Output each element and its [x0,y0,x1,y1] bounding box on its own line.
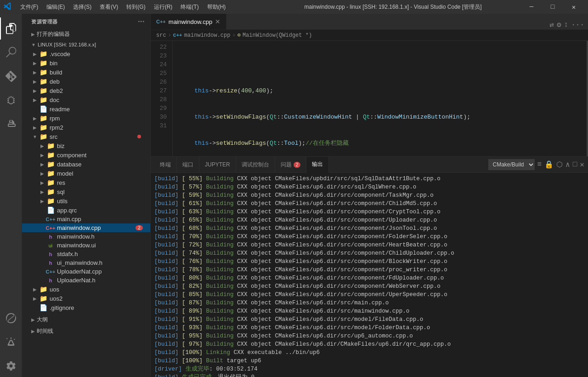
tree-item-deb2[interactable]: ▶ 📁 deb2 [22,86,150,95]
breadcrumb-symbol[interactable]: MainWindow(QWidget *) [243,32,312,39]
menu-file[interactable]: 文件(F) [17,2,42,12]
open-changes-icon[interactable]: ↕ [564,21,569,29]
close-button[interactable]: ✕ [563,0,584,14]
tab-close-button[interactable]: ✕ [215,18,220,25]
terminal-line: [build] [ 82%] Building CXX object CMake… [154,282,584,291]
tab-output[interactable]: 输出 [306,157,329,173]
tree-item-rpm2[interactable]: ▶ 📁 rpm2 [22,123,150,132]
tree-item-src[interactable]: ▼ 📁 src [22,132,150,141]
sidebar-more[interactable]: ··· [138,17,145,26]
activity-debug[interactable] [0,89,22,111]
tree-item-build[interactable]: ▶ 📁 build [22,68,150,77]
terminal-line: [build] [ 97%] Building CXX object CMake… [154,340,584,348]
chevron-icon: ▶ [31,296,39,301]
chevron-icon: ▶ [39,162,46,167]
tree-item-mainwindowui[interactable]: ui mainwindow.ui [22,241,150,250]
tree-item-uos[interactable]: ▶ 📁 uos [22,285,150,294]
code-editor: 22 23 24 25 26 27 28 29 30 31 this->resi… [151,41,588,377]
tree-item-utils[interactable]: ▶ 📁 utils [22,196,150,206]
activity-remote[interactable] [0,307,22,329]
tree-item-uploadernatcpp[interactable]: C++ UploaderNat.cpp [22,267,150,276]
activity-git[interactable] [0,65,22,87]
titlebar: 文件(F) 编辑(E) 选择(S) 查看(V) 转到(G) 运行(R) 终端(T… [0,0,588,14]
terminal-output[interactable]: [build] [ 55%] Building CXX object CMake… [151,173,588,377]
ui-icon: ui [46,243,55,248]
tab-debug-console[interactable]: 调试控制台 [236,157,275,173]
linux-root-section[interactable]: ▼ LINUX [SSH: 192.168.x.x] [22,40,150,49]
open-external-icon[interactable]: ⬡ [556,160,563,169]
lock-icon[interactable]: 🔒 [544,160,554,169]
tree-item-component[interactable]: ▶ 📁 component [22,150,150,160]
tree-item-vscode[interactable]: ▶ 📁 .vscode [22,49,150,58]
menu-terminal[interactable]: 终端(T) [177,2,202,12]
tree-item-stdafxh[interactable]: h stdafx.h [22,250,150,258]
open-editors-section[interactable]: ▶ 打开的编辑器 [22,29,150,40]
tab-bar: C++ mainwindow.cpp ✕ ⇄ ⚙ ↕ ··· [151,14,588,30]
tree-item-sql[interactable]: ▶ 📁 sql [22,187,150,196]
tree-item-gitignore[interactable]: 📄 .gitignore [22,303,150,312]
terminal-line: [build] [100%] Built target up6 [154,357,584,365]
close-panel-icon[interactable]: ✕ [580,160,584,169]
activity-explorer[interactable] [0,17,22,40]
folder-icon: 📁 [39,59,48,67]
editor-scrollbar[interactable] [582,41,588,156]
menu-run[interactable]: 运行(R) [150,2,176,12]
menu-help[interactable]: 帮助(H) [204,2,230,12]
tab-ports[interactable]: 端口 [177,157,199,173]
output-source-dropdown[interactable]: CMake/Build [488,159,535,170]
tree-item-rpm[interactable]: ▶ 📁 rpm [22,114,150,123]
chevron-icon: ▶ [39,171,46,176]
terminal-panel: 终端 端口 JUPYTER 调试控制台 问题 2 输出 CMake/Build … [151,156,588,377]
tree-item-model[interactable]: ▶ 📁 model [22,169,150,178]
menu-select[interactable]: 选择(S) [69,2,95,12]
more-actions-icon[interactable]: ⚙ [557,20,561,29]
tree-item-maincpp[interactable]: C++ main.cpp [22,215,150,223]
tree-item-res[interactable]: ▶ 📁 res [22,178,150,187]
maximize-button[interactable]: □ [542,0,563,14]
tab-jupyter[interactable]: JUPYTER [199,157,236,173]
h-icon: h [46,278,55,283]
tree-item-ui-mainwindowh[interactable]: h ui_mainwindow.h [22,258,150,267]
tab-mainwindow-cpp[interactable]: C++ mainwindow.cpp ✕ [151,14,226,29]
tab-terminal[interactable]: 终端 [154,157,177,173]
tree-item-database[interactable]: ▶ 📁 database [22,160,150,169]
chevron-icon: ▶ [39,143,46,149]
outline-section[interactable]: ▶ 大纲 [22,314,150,326]
activity-extensions[interactable] [0,113,22,135]
problems-badge: 2 [294,162,301,168]
chevron-icon: ▼ [31,134,39,139]
menu-edit[interactable]: 编辑(E) [43,2,68,12]
terminal-line: [build] [ 74%] Building CXX object CMake… [154,249,584,257]
list-view-icon[interactable]: ≡ [537,160,542,169]
breadcrumb-file[interactable]: mainwindow.cpp [184,32,231,39]
activity-test[interactable] [0,331,22,353]
menu-view[interactable]: 查看(V) [96,2,122,12]
tree-item-bin[interactable]: ▶ 📁 bin [22,58,150,68]
terminal-line: [driver] 生成完毕: 00:03:52.174 [154,365,584,373]
tree-item-mainwindowcpp[interactable]: C++ mainwindow.cpp 2 [22,223,150,232]
breadcrumb-src[interactable]: src [156,32,166,39]
split-editor-icon[interactable]: ⇄ [549,20,554,29]
folder-icon: 📁 [39,114,48,122]
chevron-icon: ▶ [31,287,39,292]
maximize-panel-icon[interactable]: □ [573,160,577,169]
h-icon: h [46,234,55,240]
tab-problems[interactable]: 问题 2 [275,157,307,173]
tree-item-mainwindowh[interactable]: h mainwindow.h [22,232,150,241]
menu-goto[interactable]: 转到(G) [123,2,149,12]
tree-item-uos2[interactable]: ▶ 📁 uos2 [22,294,150,303]
timeline-section[interactable]: ▶ 时间线 [22,326,150,337]
tree-item-readme[interactable]: 📄 readme [22,104,150,114]
tree-item-appqrc[interactable]: 📄 app.qrc [22,206,150,215]
tree-item-biz[interactable]: ▶ 📁 biz [22,141,150,150]
tab-actions: ⇄ ⚙ ↕ ··· [546,20,588,29]
collapse-icon[interactable]: ∧ [565,160,570,169]
activity-search[interactable] [0,41,22,63]
activity-settings[interactable] [0,355,22,377]
tree-item-doc[interactable]: ▶ 📁 doc [22,95,150,104]
tree-item-deb[interactable]: ▶ 📁 deb [22,77,150,86]
code-content[interactable]: this->resize(400,400); this->setWindowFl… [173,41,582,156]
minimize-button[interactable]: ─ [521,0,542,14]
tree-item-uploadernanh[interactable]: h UploaderNat.h [22,276,150,285]
more-tabs-icon[interactable]: ··· [571,21,584,29]
